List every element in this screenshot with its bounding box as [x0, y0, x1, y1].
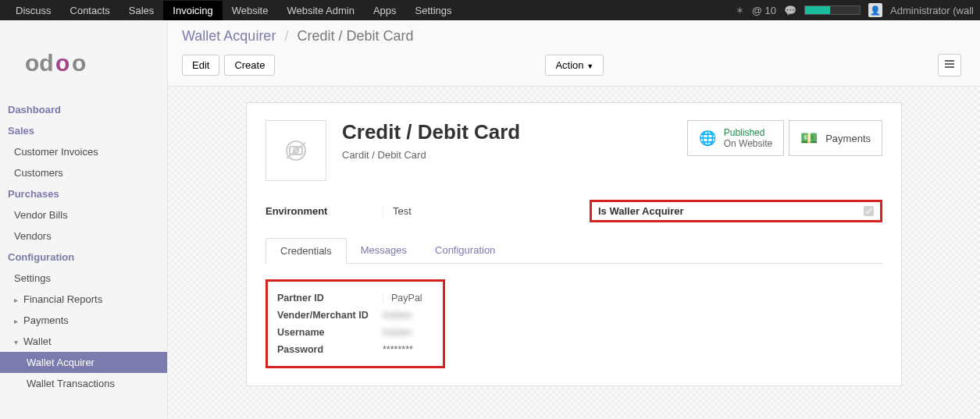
sidebar-wallet-transactions[interactable]: Wallet Transactions [0, 373, 167, 394]
nav-settings[interactable]: Settings [406, 1, 461, 20]
caret-icon: ▸ [14, 296, 20, 304]
svg-text:o: o [72, 50, 86, 76]
form-sheet: Credit / Debit Card Cardit / Debit Card … [246, 102, 902, 386]
sidebar-vendors[interactable]: Vendors [0, 225, 167, 247]
top-nav: Discuss Contacts Sales Invoicing Website… [6, 1, 461, 20]
tab-credentials[interactable]: Credentials [265, 238, 347, 264]
record-title: Credit / Debit Card [342, 120, 520, 144]
action-dropdown[interactable]: Action ▼ [545, 55, 604, 76]
record-image[interactable] [265, 120, 326, 181]
at-count[interactable]: @ 10 [752, 5, 776, 16]
caret-down-icon: ▾ [14, 338, 20, 346]
vendor-id-label: Vender/Merchant ID [277, 310, 383, 321]
section-sales[interactable]: Sales [0, 120, 167, 141]
logo: odoo [0, 34, 167, 99]
globe-icon: 🌐 [699, 130, 716, 147]
nav-discuss[interactable]: Discuss [6, 1, 61, 20]
caret-icon: ▸ [14, 317, 20, 325]
svg-text:o: o [55, 50, 69, 76]
chat-icon[interactable]: 💬 [784, 5, 796, 16]
tabs: Credentials Messages Configuration [265, 238, 882, 264]
nav-website[interactable]: Website [223, 1, 278, 20]
svg-text:od: od [25, 50, 54, 76]
tab-messages[interactable]: Messages [347, 238, 421, 263]
partner-id-label: Partner ID [277, 293, 383, 304]
bug-icon[interactable]: ✶ [736, 5, 744, 16]
sidebar-financial-reports[interactable]: ▸Financial Reports [0, 289, 167, 310]
environment-value: Test [383, 205, 558, 217]
nav-invoicing[interactable]: Invoicing [163, 1, 222, 20]
breadcrumb-parent[interactable]: Wallet Acquirer [182, 28, 276, 44]
topbar: Discuss Contacts Sales Invoicing Website… [0, 0, 980, 20]
sidebar-vendor-bills[interactable]: Vendor Bills [0, 204, 167, 225]
list-view-button[interactable] [938, 54, 961, 76]
breadcrumb-current: Credit / Debit Card [297, 28, 413, 44]
user-name[interactable]: Administrator (wall [890, 5, 974, 16]
password-value: ******** [383, 344, 413, 355]
published-stat-button[interactable]: 🌐 PublishedOn Website [687, 120, 784, 156]
avatar[interactable]: 👤 [868, 3, 882, 17]
sidebar-customers[interactable]: Customers [0, 162, 167, 183]
payments-stat-button[interactable]: 💵 Payments [789, 120, 882, 156]
nav-website-admin[interactable]: Website Admin [277, 1, 363, 20]
username-value: hidden [383, 327, 412, 338]
partner-id-value: PayPal [383, 293, 422, 304]
section-configuration[interactable]: Configuration [0, 247, 167, 268]
tab-configuration[interactable]: Configuration [421, 238, 509, 263]
nav-apps[interactable]: Apps [364, 1, 406, 20]
money-icon: 💵 [800, 130, 818, 147]
sidebar-wallet[interactable]: ▾Wallet [0, 331, 167, 352]
breadcrumb: Wallet Acquirer / Credit / Debit Card [182, 28, 966, 44]
is-wallet-checkbox[interactable] [864, 206, 874, 216]
credentials-box: Partner ID PayPal Vender/Merchant ID hid… [265, 279, 445, 368]
progress-bar [804, 5, 861, 15]
section-dashboard[interactable]: Dashboard [0, 99, 167, 120]
caret-down-icon: ▼ [586, 62, 593, 70]
sidebar: odoo Dashboard Sales Customer Invoices C… [0, 20, 168, 419]
vendor-id-value: hidden [383, 310, 412, 321]
is-wallet-label: Is Waller Acquirer [598, 205, 684, 217]
sidebar-settings[interactable]: Settings [0, 268, 167, 289]
record-subtitle: Cardit / Debit Card [342, 149, 520, 161]
password-label: Password [277, 344, 383, 355]
nav-sales[interactable]: Sales [119, 1, 164, 20]
list-icon [945, 59, 954, 69]
environment-label: Environment [265, 205, 383, 217]
sidebar-payments[interactable]: ▸Payments [0, 310, 167, 331]
sidebar-wallet-acquirer[interactable]: Wallet Acquirer [0, 352, 167, 373]
section-purchases[interactable]: Purchases [0, 183, 167, 204]
edit-button[interactable]: Edit [182, 55, 219, 76]
username-label: Username [277, 327, 383, 338]
nav-contacts[interactable]: Contacts [61, 1, 119, 20]
sidebar-customer-invoices[interactable]: Customer Invoices [0, 141, 167, 162]
create-button[interactable]: Create [224, 55, 275, 76]
